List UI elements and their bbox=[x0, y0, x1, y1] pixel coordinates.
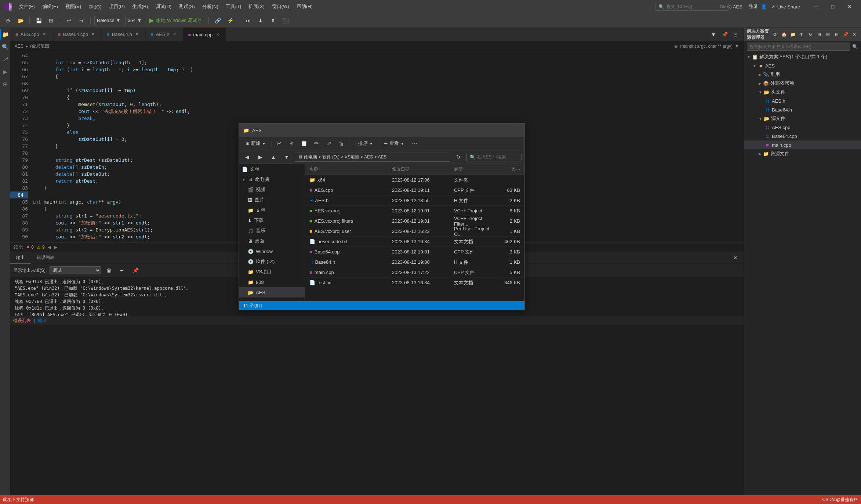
menu-window[interactable]: 窗口(W) bbox=[269, 2, 292, 11]
toolbar-save[interactable]: 💾 bbox=[33, 15, 44, 26]
fe-sidebar-computer[interactable]: ▼ 🖥 此电脑 bbox=[239, 174, 305, 185]
toolbar-step-over[interactable]: ⏭ bbox=[243, 15, 253, 26]
close-button[interactable]: ✕ bbox=[841, 0, 858, 13]
debug-activity-icon[interactable]: ▶ bbox=[0, 67, 10, 77]
se-home-icon[interactable]: 🏠 bbox=[780, 31, 788, 38]
col-type[interactable]: 类型 bbox=[454, 166, 495, 172]
menu-file[interactable]: 文件(F) bbox=[16, 2, 38, 11]
tab-close-aes-h[interactable]: ✕ bbox=[172, 32, 178, 37]
tab-list-button[interactable]: ▼ bbox=[708, 29, 719, 40]
fe-down-button[interactable]: ▼ bbox=[281, 152, 292, 162]
platform-dropdown[interactable]: x64 ▼ bbox=[126, 16, 145, 25]
menu-edit[interactable]: 编辑(E) bbox=[39, 2, 61, 11]
panel-tab-output[interactable]: 输出 bbox=[10, 252, 31, 264]
fe-item-aes-h[interactable]: H AES.h 2023-08-12 18:55 H 文件 2 KB bbox=[305, 196, 524, 206]
menu-test[interactable]: 测试(S) bbox=[176, 2, 197, 11]
config-dropdown[interactable]: Release ▼ bbox=[94, 16, 123, 25]
wrap-output-button[interactable]: ↵ bbox=[117, 265, 127, 275]
fe-up-button[interactable]: ▲ bbox=[268, 152, 279, 162]
tab-close-base64-cpp[interactable]: ✕ bbox=[90, 32, 96, 37]
toolbar-step-into[interactable]: ⬇ bbox=[255, 15, 266, 26]
tab-base64-cpp[interactable]: ■ Base64.cpp ✕ bbox=[52, 28, 102, 41]
fe-sidebar-documents[interactable]: 📁 文档 bbox=[239, 205, 305, 215]
extensions-icon[interactable]: ⊞ bbox=[0, 79, 10, 90]
fe-cut-button[interactable]: ✂ bbox=[274, 138, 284, 149]
fe-sidebar-pictures[interactable]: 🖼 图片 bbox=[239, 195, 305, 205]
fe-item-test-txt[interactable]: 📄 test.txt 2023-08-13 16:34 文本文档 346 KB bbox=[305, 278, 524, 288]
output-source-select[interactable]: 调试 bbox=[50, 266, 101, 274]
output-tab-bottom[interactable]: 输出 bbox=[38, 318, 47, 324]
minimize-button[interactable]: ─ bbox=[807, 0, 824, 13]
menu-view[interactable]: 视图(V) bbox=[62, 2, 84, 11]
search-input[interactable] bbox=[666, 4, 718, 9]
live-share-button[interactable]: ↗ Live Share bbox=[768, 3, 803, 11]
toolbar-step-out[interactable]: ⬆ bbox=[268, 15, 278, 26]
col-size[interactable]: 大小 bbox=[495, 166, 520, 172]
se-file-base64-cpp[interactable]: C Base64.cpp bbox=[744, 132, 861, 140]
se-refresh-icon[interactable]: ↻ bbox=[807, 31, 814, 38]
fe-sidebar-desktop[interactable]: 🖥 桌面 bbox=[239, 236, 305, 246]
tab-aes-cpp[interactable]: ■ AES.cpp ✕ bbox=[10, 28, 52, 41]
se-node-references[interactable]: ▶ 📎 引用 bbox=[744, 70, 861, 79]
clear-output-button[interactable]: ✕ bbox=[730, 253, 741, 263]
fe-share-button[interactable]: ↗ bbox=[324, 138, 334, 149]
search-box[interactable]: 🔍 Ctrl+Q bbox=[655, 3, 729, 11]
fe-sidebar-docs[interactable]: 📄 文档 bbox=[239, 164, 305, 174]
toolbar-breakpoint[interactable]: ⬛ bbox=[280, 15, 291, 26]
se-node-sources[interactable]: ▼ 📂 源文件 bbox=[744, 114, 861, 123]
zoom-level[interactable]: 90 % bbox=[13, 245, 23, 250]
fe-item-base64-h[interactable]: H Base64.h 2023-08-12 19:00 H 文件 1 KB bbox=[305, 257, 524, 267]
symbol-actions[interactable]: ▼ bbox=[735, 44, 739, 49]
git-icon[interactable]: ⎇ bbox=[0, 54, 10, 65]
fe-back-button[interactable]: ◀ bbox=[242, 152, 252, 162]
maximize-button[interactable]: □ bbox=[824, 0, 841, 13]
tab-base64-h[interactable]: ■ Base64.h ✕ bbox=[102, 28, 146, 41]
se-file-base64-h[interactable]: H Base64.h bbox=[744, 105, 861, 114]
fe-delete-button[interactable]: 🗑 bbox=[337, 138, 347, 149]
fe-item-vcxproj-user[interactable]: ■ AES.vcxproj.user 2023-08-12 16:22 Per-… bbox=[305, 226, 524, 237]
se-search-input[interactable] bbox=[747, 43, 850, 51]
toolbar-new[interactable]: ⊕ bbox=[3, 15, 13, 26]
toolbar-undo[interactable]: ↩ bbox=[64, 15, 74, 26]
fe-rename-button[interactable]: ✏ bbox=[312, 138, 322, 149]
fe-paste-button[interactable]: 📋 bbox=[299, 138, 309, 149]
col-name[interactable]: 名称 bbox=[309, 166, 392, 172]
se-pin-icon[interactable]: 📌 bbox=[842, 31, 849, 38]
se-show-all-icon[interactable]: 👁 bbox=[798, 31, 805, 38]
tab-split-button[interactable]: ⊡ bbox=[730, 29, 741, 40]
symbol-label[interactable]: main(int argc, char ** argv) bbox=[680, 44, 733, 49]
fe-view-button[interactable]: ☰ 查看 ▼ bbox=[381, 139, 407, 148]
se-project-aes[interactable]: ▼ ■ AES bbox=[744, 61, 861, 70]
se-file-main-cpp[interactable]: ■ main.cpp bbox=[744, 140, 861, 149]
toolbar-open[interactable]: 📂 bbox=[15, 15, 26, 26]
fe-sort-button[interactable]: ↕ 排序 ▼ bbox=[352, 139, 376, 148]
fe-search-input[interactable] bbox=[477, 154, 517, 160]
fe-sidebar-software[interactable]: 💿 软件 (D:) bbox=[239, 256, 305, 267]
fe-copy-button[interactable]: ⎘ bbox=[287, 138, 297, 149]
tab-close-base64-h[interactable]: ✕ bbox=[134, 32, 140, 37]
global-scope[interactable]: (全局范围) bbox=[30, 43, 51, 49]
se-search-icon[interactable]: 🔍 bbox=[852, 44, 858, 50]
se-close-icon[interactable]: ✕ bbox=[851, 31, 858, 38]
panel-tab-errors[interactable]: 错误列表 bbox=[31, 252, 60, 264]
se-new-folder-icon[interactable]: 📁 bbox=[789, 31, 796, 38]
se-node-resources[interactable]: ▶ 📁 资源文件 bbox=[744, 149, 861, 158]
fe-sidebar-music[interactable]: 🎵 音乐 bbox=[239, 226, 305, 236]
tab-close-main-cpp[interactable]: ✕ bbox=[215, 32, 221, 37]
toolbar-save-all[interactable]: ⊞ bbox=[46, 15, 56, 26]
fe-sidebar-videos[interactable]: 🎬 视频 bbox=[239, 185, 305, 195]
login-icon[interactable]: 👤 bbox=[761, 4, 767, 10]
tab-main-cpp[interactable]: ■ main.cpp ✕ bbox=[183, 28, 226, 41]
fe-item-aes-cpp[interactable]: ■ AES.cpp 2023-08-12 19:11 CPP 文件 63 KB bbox=[305, 185, 524, 196]
se-solution[interactable]: ▼ 📋 解决方案'AES'(1 个项目/共 1 个) bbox=[744, 52, 861, 61]
fe-sidebar-vsproj[interactable]: 📁 VS项目 bbox=[239, 267, 305, 277]
pin-output-button[interactable]: 📌 bbox=[130, 265, 141, 275]
menu-tools[interactable]: 工具(T) bbox=[223, 2, 244, 11]
se-file-aes-h[interactable]: H AES.h bbox=[744, 96, 861, 105]
menu-help[interactable]: 帮助(H) bbox=[294, 2, 316, 11]
nav-back[interactable]: ◀ bbox=[48, 245, 51, 250]
toolbar-attach[interactable]: 🔗 bbox=[212, 15, 223, 26]
fe-item-vcxproj[interactable]: ■ AES.vcxproj 2023-08-12 19:01 VC++ Proj… bbox=[305, 206, 524, 216]
warning-indicator[interactable]: ⚠ 9 bbox=[37, 245, 45, 250]
tab-close-aes-cpp[interactable]: ✕ bbox=[41, 32, 47, 37]
